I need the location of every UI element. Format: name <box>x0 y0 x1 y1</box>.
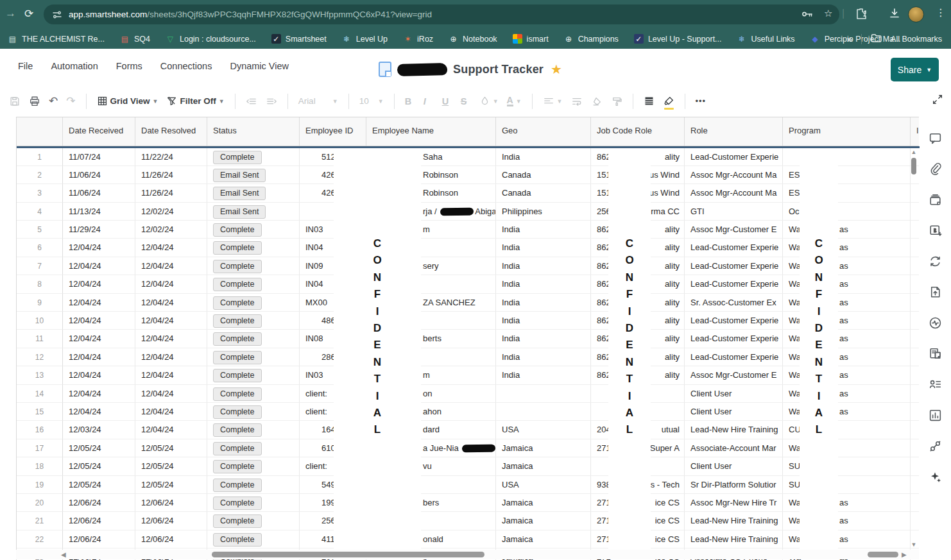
table-row[interactable]: 311/06/2411/26/24Email Sent426RobinsonCa… <box>17 184 920 202</box>
table-row[interactable]: 1212/04/2412/04/24Complete286India862ali… <box>17 348 920 366</box>
cell-date-received[interactable]: 12/03/24 <box>63 421 135 439</box>
column-header[interactable]: I <box>911 117 920 146</box>
cell-date-resolved[interactable]: 11/26/24 <box>135 166 207 184</box>
vertical-scrollbar[interactable]: ▲ ▼ <box>911 149 917 550</box>
cell-status[interactable]: Complete <box>207 257 300 275</box>
cell-geo[interactable]: Jamaica <box>496 494 591 512</box>
column-header[interactable]: Date Received <box>63 117 135 146</box>
cell-date-resolved[interactable]: 12/04/24 <box>135 330 207 348</box>
cell-status[interactable]: Email Sent <box>207 166 300 184</box>
view-switcher[interactable]: Grid View▼ <box>97 96 158 106</box>
cell-role[interactable]: Assoc Mgr-Account Ma <box>685 184 783 202</box>
cell-role[interactable]: Client User <box>685 403 783 421</box>
table-row[interactable]: 1912/05/2412/05/24Complete549USA938s - T… <box>17 476 920 494</box>
cell-status[interactable]: Complete <box>207 476 300 494</box>
forward-icon[interactable]: → <box>5 7 16 20</box>
row-number[interactable]: 4 <box>17 203 63 221</box>
statistics-icon[interactable] <box>928 408 943 423</box>
cell-date-received[interactable]: 12/06/24 <box>63 494 135 512</box>
connections-icon[interactable] <box>928 439 943 454</box>
expand-icon[interactable] <box>932 94 943 108</box>
cell-role[interactable]: Assoc Mgr-Customer E <box>685 221 783 239</box>
bookmark-item[interactable]: ▤THE ALCHEMIST Re... <box>8 34 105 44</box>
cell-role[interactable]: Lead-Customer Experie <box>685 330 783 348</box>
scroll-right-icon[interactable]: ▶ <box>902 551 907 558</box>
row-number[interactable]: 1 <box>17 148 63 166</box>
cell-date-resolved[interactable]: 12/06/24 <box>135 530 207 548</box>
cell-date-received[interactable]: 12/04/24 <box>63 239 135 257</box>
table-row[interactable]: 1312/04/2412/04/24CompleteIN03mIndia862a… <box>17 366 920 384</box>
cell-geo[interactable] <box>496 403 591 421</box>
clear-format-button[interactable] <box>591 96 603 106</box>
horizontal-scroll-thumb[interactable] <box>212 552 484 557</box>
secondary-scroll-thumb[interactable] <box>868 552 898 557</box>
conversations-icon[interactable] <box>928 131 943 146</box>
text-color-button[interactable]: A ▼ <box>507 96 522 106</box>
cell-date-resolved[interactable]: 12/05/24 <box>135 476 207 494</box>
cell-date-resolved[interactable]: 12/04/24 <box>135 257 207 275</box>
share-button[interactable]: Share▼ <box>891 58 939 81</box>
underline-button[interactable]: U <box>442 96 452 106</box>
cell-date-received[interactable]: 12/04/24 <box>63 330 135 348</box>
cell-status[interactable]: Complete <box>207 366 300 384</box>
b-export-icon[interactable] <box>928 223 943 239</box>
menu-forms[interactable]: Forms <box>116 61 142 71</box>
undo-icon[interactable]: ↶ <box>49 94 58 108</box>
cell-date-resolved[interactable]: 12/04/24 <box>135 239 207 257</box>
cell-role[interactable]: Sr Dir-Platform Solutior <box>685 476 783 494</box>
row-number[interactable]: 8 <box>17 275 63 293</box>
cell-date-received[interactable]: 11/13/24 <box>63 203 135 221</box>
bookmark-item[interactable]: ⊕Champions <box>564 34 619 44</box>
all-bookmarks-label[interactable]: All Bookmarks <box>891 35 942 44</box>
extensions-icon[interactable] <box>855 7 868 22</box>
bookmark-star-icon[interactable]: ☆ <box>824 8 832 19</box>
print-icon[interactable] <box>29 96 40 107</box>
cell-date-received[interactable]: 12/04/24 <box>63 348 135 366</box>
menu-automation[interactable]: Automation <box>51 61 98 71</box>
cell-status[interactable]: Complete <box>207 330 300 348</box>
cell-role[interactable]: Associate-Account Mar <box>685 439 783 457</box>
publish-icon[interactable] <box>928 285 943 300</box>
cell-geo[interactable]: India <box>496 348 591 366</box>
cell-geo[interactable]: India <box>496 257 591 275</box>
activity-log-icon[interactable] <box>928 316 943 331</box>
row-number[interactable]: 10 <box>17 312 63 330</box>
row-number[interactable]: 6 <box>17 239 63 257</box>
cell-date-received[interactable]: 12/05/24 <box>63 476 135 494</box>
download-icon[interactable] <box>888 7 901 22</box>
cell-status[interactable]: Complete <box>207 348 300 366</box>
horizontal-scrollbar[interactable]: ◀ ▶ <box>16 550 919 559</box>
menu-connections[interactable]: Connections <box>160 61 212 71</box>
cell-status[interactable]: Complete <box>207 275 300 293</box>
table-row[interactable]: 1612/03/2412/04/24Complete164dardUSA204u… <box>17 421 920 439</box>
update-requests-icon[interactable] <box>928 254 943 269</box>
cell-role[interactable]: Lead-Customer Experie <box>685 275 783 293</box>
bookmarks-overflow-icon[interactable]: » <box>847 33 852 44</box>
cell-date-received[interactable]: 12/05/24 <box>63 457 135 475</box>
cell-geo[interactable]: Jamaica <box>496 457 591 475</box>
cell-geo[interactable]: Jamaica <box>496 512 591 530</box>
proofs-icon[interactable] <box>928 192 943 208</box>
bookmark-item[interactable]: ▽Login : cloudsource... <box>166 34 256 44</box>
cell-status[interactable]: Complete <box>207 512 300 530</box>
bookmark-item[interactable]: ismart <box>513 34 549 44</box>
column-header[interactable]: Employee Name <box>366 117 496 146</box>
row-number[interactable]: 9 <box>17 294 63 312</box>
cell-date-resolved[interactable]: 12/04/24 <box>135 348 207 366</box>
column-header[interactable]: Job Code Role <box>591 117 685 146</box>
cell-date-received[interactable]: 11/06/24 <box>63 184 135 202</box>
cell-status[interactable]: Complete <box>207 221 300 239</box>
favorite-star-icon[interactable]: ★ <box>551 62 562 77</box>
cell-role[interactable]: Assoc Mgr-Account Ma <box>685 166 783 184</box>
cell-status[interactable]: Complete <box>207 457 300 475</box>
table-row[interactable]: 411/13/2412/02/24Email Sentrja / AbigaPh… <box>17 203 920 221</box>
scroll-down-icon[interactable]: ▼ <box>911 541 917 548</box>
cell-date-received[interactable]: 12/04/24 <box>63 385 135 403</box>
bookmark-item[interactable]: ✓Level Up - Support... <box>634 34 722 44</box>
cell-role[interactable]: Lead-Customer Experie <box>685 312 783 330</box>
table-row[interactable]: 2212/06/2412/06/24Complete411onaldJamaic… <box>17 530 920 548</box>
cell-geo[interactable]: Philippines <box>496 203 591 221</box>
cell-role[interactable]: Client User <box>685 457 783 475</box>
cell-geo[interactable]: Canada <box>496 184 591 202</box>
cell-status[interactable]: Email Sent <box>207 203 300 221</box>
